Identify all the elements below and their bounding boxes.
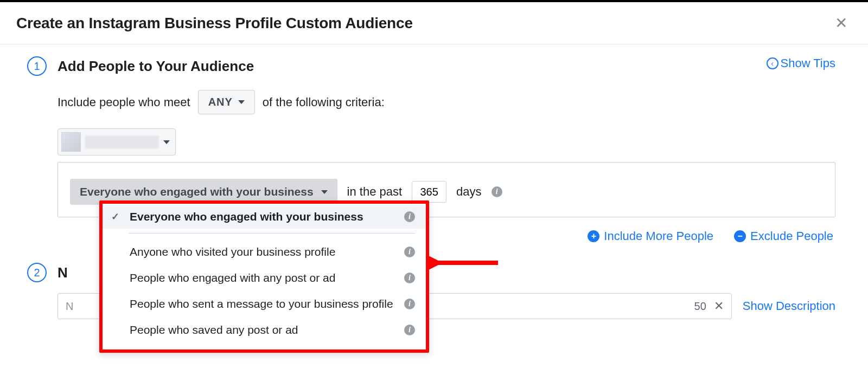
name-placeholder: N [66, 300, 73, 313]
info-icon[interactable]: i [404, 299, 415, 309]
dropdown-option-label: Everyone who engaged with your business [130, 210, 397, 223]
days-suffix: days [456, 185, 481, 199]
dropdown-option-label: Anyone who visited your business profile [130, 245, 397, 258]
dropdown-option-saved-post[interactable]: ✓ People who saved any post or ad i [103, 317, 426, 343]
criteria-suffix: of the following criteria: [263, 95, 385, 109]
step-2-title-partial: N [58, 264, 68, 281]
dropdown-option-label: People who sent a message to your busine… [130, 297, 397, 310]
dropdown-option-everyone[interactable]: ✓ Everyone who engaged with your busines… [103, 205, 426, 229]
show-tips-link[interactable]: ‹ Show Tips [767, 56, 836, 70]
include-more-button[interactable]: + Include More People [588, 229, 713, 243]
engagement-type-label: Everyone who engaged with your business [80, 185, 314, 198]
plus-icon: + [588, 230, 599, 242]
criteria-mode-select[interactable]: ANY [198, 90, 255, 114]
days-input[interactable] [412, 181, 446, 203]
info-icon[interactable]: i [492, 186, 502, 197]
close-icon[interactable]: ✕ [831, 12, 852, 34]
dialog-title: Create an Instagram Business Profile Cus… [16, 15, 413, 32]
dialog-header: Create an Instagram Business Profile Cus… [0, 2, 868, 44]
account-thumbnail [61, 132, 81, 152]
step-1-title: Add People to Your Audience [58, 58, 254, 75]
info-icon[interactable]: i [404, 273, 415, 283]
dropdown-option-sent-message[interactable]: ✓ People who sent a message to your busi… [103, 291, 426, 317]
dropdown-option-visited[interactable]: ✓ Anyone who visited your business profi… [103, 239, 426, 265]
step-number-2: 2 [27, 263, 47, 282]
criteria-prefix: Include people who meet [58, 95, 190, 109]
caret-down-icon [321, 190, 328, 194]
dropdown-option-label: People who engaged with any post or ad [130, 271, 397, 284]
clear-icon[interactable]: ✕ [714, 299, 724, 313]
dropdown-divider [129, 233, 415, 234]
criteria-mode-label: ANY [208, 96, 233, 108]
info-icon[interactable]: i [404, 211, 415, 222]
exclude-label: Exclude People [750, 229, 833, 243]
exclude-people-button[interactable]: − Exclude People [734, 229, 833, 243]
show-tips-label: Show Tips [781, 56, 836, 70]
dropdown-option-label: People who saved any post or ad [130, 323, 397, 336]
account-name-redacted [85, 135, 159, 148]
criteria-sentence: Include people who meet ANY of the follo… [58, 90, 835, 114]
days-prefix: in the past [347, 185, 403, 199]
minus-icon: − [734, 230, 746, 242]
info-icon[interactable]: i [404, 325, 415, 335]
caret-down-icon [163, 140, 170, 144]
dropdown-option-engaged-post[interactable]: ✓ People who engaged with any post or ad… [103, 265, 426, 291]
caret-down-icon [238, 100, 245, 104]
include-more-label: Include More People [604, 229, 713, 243]
engagement-type-dropdown: ✓ Everyone who engaged with your busines… [99, 200, 429, 353]
chevron-left-icon: ‹ [767, 57, 778, 69]
char-counter: 50 [694, 300, 706, 313]
step-1-header: 1 Add People to Your Audience [27, 56, 835, 76]
info-icon[interactable]: i [404, 247, 415, 257]
check-icon: ✓ [111, 211, 122, 223]
step-number-1: 1 [27, 56, 47, 76]
account-select[interactable] [58, 128, 176, 156]
show-description-link[interactable]: Show Description [743, 299, 835, 313]
